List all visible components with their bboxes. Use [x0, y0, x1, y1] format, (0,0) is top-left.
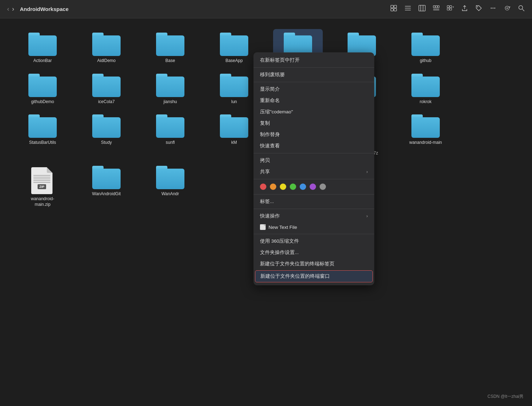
folder-item[interactable]: WanAndroidGit [82, 162, 131, 210]
folder-item[interactable]: StatusBarUtils [18, 111, 67, 159]
folder-item[interactable]: lun [209, 70, 259, 108]
nav-back[interactable]: ‹ [7, 5, 9, 13]
folder-item[interactable]: githubDemo [18, 70, 67, 108]
folder-label: wanandroid- main.zip [31, 196, 54, 207]
folder-item[interactable]: github [401, 29, 450, 67]
folder-item[interactable]: jianshu [145, 70, 195, 108]
column-view-icon[interactable] [419, 5, 426, 13]
folder-label: jianshu [164, 99, 177, 105]
menu-item-compress360[interactable]: 使用 360压缩文件 [254, 236, 374, 247]
folder-item[interactable]: Base [145, 29, 195, 67]
svg-rect-3 [394, 9, 397, 11]
context-menu: 在新标签页中打开移到废纸篓显示简介重新命名压缩"codemao"复制制作替身快速… [254, 52, 374, 285]
folder-item[interactable]: AidlDemo [82, 29, 131, 67]
menu-item-new-terminal-tab[interactable]: 新建位于文件夹位置的终端标签页 [254, 258, 374, 270]
svg-rect-2 [391, 9, 393, 11]
color-dot[interactable] [300, 184, 306, 190]
menu-item-compress[interactable]: 压缩"codemao" [254, 106, 374, 118]
svg-line-27 [522, 9, 524, 11]
menu-item-new-terminal-win[interactable]: 新建位于文件夹位置的终端窗口 [255, 270, 373, 282]
menu-item-paste[interactable]: 拷贝 [254, 155, 374, 166]
folder-item[interactable]: rokrok [401, 70, 450, 108]
share-icon[interactable] [461, 5, 468, 13]
group-icon[interactable] [447, 5, 454, 13]
submenu-arrow-icon: › [366, 214, 368, 219]
menu-item-open-tab[interactable]: 在新标签页中打开 [254, 55, 374, 66]
svg-rect-11 [436, 6, 437, 7]
svg-point-20 [491, 8, 492, 9]
folder-item[interactable]: ZIPwanandroid- main.zip [18, 162, 67, 210]
menu-item-info[interactable]: 显示简介 [254, 84, 374, 95]
folder-label: Base [165, 58, 175, 64]
folder-label: rokrok [420, 99, 431, 105]
folder-label: lun [231, 99, 237, 105]
folder-label: sunfl [166, 140, 174, 146]
svg-point-26 [519, 6, 523, 10]
menu-item-quicklook[interactable]: 快速查看 [254, 140, 374, 152]
color-dot[interactable] [310, 184, 316, 190]
folder-item[interactable]: Study [82, 111, 131, 159]
color-dots-row [254, 181, 374, 193]
svg-point-21 [493, 8, 494, 9]
folder-label: wanandroid-main [409, 140, 442, 146]
folder-item[interactable]: sunfl [145, 111, 195, 159]
tag-icon[interactable] [475, 5, 482, 13]
menu-item-label: 移到废纸篓 [260, 72, 285, 78]
submenu-arrow-icon: › [366, 169, 368, 174]
menu-item-label: 文件夹操作设置... [260, 249, 299, 256]
watermark: CSDN @lt一zhai男 [487, 394, 523, 400]
menu-item-label: 重新命名 [260, 97, 280, 104]
folder-item[interactable]: kM [209, 111, 259, 159]
menu-item-label: 显示简介 [260, 86, 280, 92]
folder-item[interactable]: wanandroid-main [401, 111, 450, 159]
menu-separator [254, 82, 374, 82]
nav-arrows: ‹ › [7, 5, 14, 13]
titlebar: ‹ › AndroidWorkspace [0, 0, 532, 18]
folder-item[interactable]: WanAndr [145, 162, 195, 210]
folder-label: BaseApp [226, 58, 243, 64]
menu-item-label: 制作替身 [260, 131, 280, 138]
folder-item[interactable]: BaseApp [209, 29, 259, 67]
window-title: AndroidWorkspace [20, 6, 68, 12]
menu-separator [254, 194, 374, 194]
search-icon[interactable] [518, 5, 525, 13]
menu-item-rename[interactable]: 重新命名 [254, 95, 374, 106]
menu-file-icon [260, 224, 266, 230]
menu-item-label: 新建位于文件夹位置的终端标签页 [260, 261, 334, 267]
menu-item-copy[interactable]: 复制 [254, 118, 374, 129]
menu-separator [254, 153, 374, 153]
folder-label: WanAndr [161, 191, 179, 197]
menu-separator [254, 67, 374, 68]
svg-rect-10 [433, 6, 435, 7]
menu-item-folder-ops[interactable]: 文件夹操作设置... [254, 247, 374, 258]
menu-item-new-text[interactable]: New Text File [254, 222, 374, 232]
nav-forward[interactable]: › [12, 5, 14, 13]
folder-label: githubDemo [31, 99, 54, 105]
folder-item[interactable]: ActionBar [18, 29, 67, 67]
menu-item-quick-actions[interactable]: 快速操作› [254, 210, 374, 222]
list-view-icon[interactable] [404, 5, 411, 13]
svg-point-19 [477, 6, 478, 7]
color-dot[interactable] [320, 184, 326, 190]
color-dot[interactable] [290, 184, 296, 190]
svg-rect-15 [447, 6, 449, 8]
menu-item-label: 快速操作 [260, 213, 280, 219]
menu-item-tags[interactable]: 标签... [254, 196, 374, 207]
menu-item-label: 快速查看 [260, 143, 280, 149]
menu-item-share[interactable]: 共享› [254, 166, 374, 177]
folder-label: iceCola7 [98, 99, 115, 105]
color-dot[interactable] [270, 184, 276, 190]
svg-rect-9 [419, 5, 425, 11]
folder-label: WanAndroidGit [92, 191, 121, 197]
folder-item[interactable]: iceCola7 [82, 70, 131, 108]
cover-flow-icon[interactable] [433, 5, 440, 13]
color-dot[interactable] [280, 184, 286, 190]
menu-item-trash[interactable]: 移到废纸篓 [254, 69, 374, 80]
more-icon[interactable] [489, 5, 497, 13]
color-dot[interactable] [260, 184, 266, 190]
menu-item-alias[interactable]: 制作替身 [254, 129, 374, 140]
grid-view-icon[interactable] [390, 5, 397, 13]
add-icon[interactable] [504, 5, 511, 13]
folder-label: kM [231, 140, 237, 146]
menu-item-label: 拷贝 [260, 157, 270, 164]
